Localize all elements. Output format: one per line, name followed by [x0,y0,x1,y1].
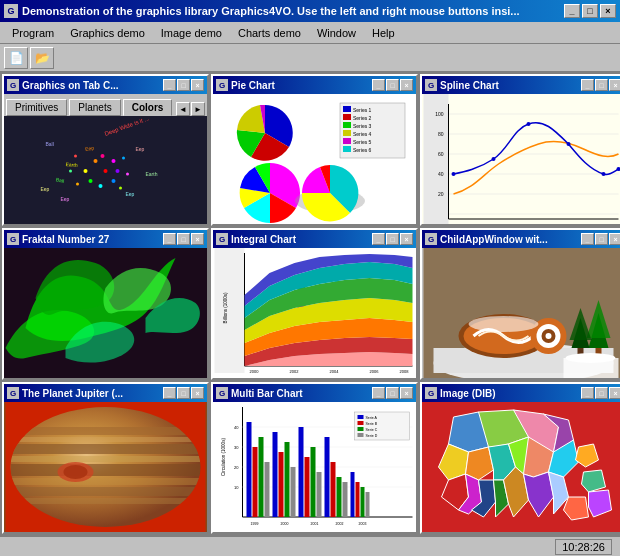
childapp-title-bar: G ChildAppWindow wit... _ □ × [422,230,620,248]
pie-chart-window: G Pie Chart _ □ × Series 1 Series 2 Seri… [211,74,418,226]
toolbar-open-button[interactable]: 📂 [30,47,54,69]
spline-close[interactable]: × [609,79,620,91]
multibar-window: G Multi Bar Chart _ □ × Circulation (100… [211,382,418,534]
title-bar-buttons: _ □ × [564,4,616,18]
svg-rect-159 [361,487,365,517]
pie-close[interactable]: × [400,79,413,91]
svg-point-17 [126,173,129,176]
svg-text:Circulation (1000s): Circulation (1000s) [221,438,226,476]
svg-text:Eep: Eep [136,146,145,152]
svg-text:Series 5: Series 5 [353,139,372,145]
svg-rect-115 [11,478,201,485]
childapp-maximize[interactable]: □ [595,233,608,245]
spline-content: 100 80 60 40 20 [422,94,620,224]
svg-text:Earth: Earth [146,171,158,177]
svg-rect-143 [259,437,264,517]
multibar-window-icon: G [216,387,228,399]
integral-minimize[interactable]: _ [372,233,385,245]
pie-window-title: Pie Chart [231,80,372,91]
minimize-button[interactable]: _ [564,4,580,18]
tab-planets[interactable]: Planets [69,99,120,116]
pie-maximize[interactable]: □ [386,79,399,91]
tab-colors[interactable]: Colors [123,99,173,116]
svg-text:Eep: Eep [61,196,70,202]
tab-nav-left[interactable]: ◄ [176,102,190,116]
pie-minimize[interactable]: _ [372,79,385,91]
svg-text:2000: 2000 [250,369,260,374]
pie-window-icon: G [216,79,228,91]
maximize-button[interactable]: □ [582,4,598,18]
graphics-close[interactable]: × [191,79,204,91]
childapp-minimize[interactable]: _ [581,233,594,245]
jupiter-canvas [4,402,207,532]
app-title: Demonstration of the graphics library Gr… [22,5,564,17]
svg-rect-139 [358,433,364,437]
fractal-minimize[interactable]: _ [163,233,176,245]
jupiter-window-title: The Planet Jupiter (... [22,388,163,399]
graphics-maximize[interactable]: □ [177,79,190,91]
spline-maximize[interactable]: □ [595,79,608,91]
menu-program[interactable]: Program [4,25,62,41]
graphics-window-icon: G [7,79,19,91]
jupiter-maximize[interactable]: □ [177,387,190,399]
spline-canvas: 100 80 60 40 20 [422,94,620,224]
integral-close[interactable]: × [400,233,413,245]
childapp-close[interactable]: × [609,233,620,245]
jupiter-close[interactable]: × [191,387,204,399]
spline-window-icon: G [425,79,437,91]
menu-graphics-demo[interactable]: Graphics demo [62,25,153,41]
svg-text:10: 10 [234,485,239,490]
menu-help[interactable]: Help [364,25,403,41]
tab-primitives[interactable]: Primitives [6,99,67,116]
svg-text:Billions (1000s): Billions (1000s) [223,292,228,323]
title-bar: G Demonstration of the graphics library … [0,0,620,22]
jupiter-window-icon: G [7,387,19,399]
close-button[interactable]: × [600,4,616,18]
svg-text:Eep: Eep [85,144,95,151]
svg-rect-112 [11,444,201,454]
spline-minimize[interactable]: _ [581,79,594,91]
svg-rect-155 [337,477,342,517]
mdi-area: G Graphics on Tab C... _ □ × Primitives … [0,72,620,536]
svg-point-119 [64,465,88,479]
image-close[interactable]: × [609,387,620,399]
svg-rect-34 [343,138,351,144]
multibar-close[interactable]: × [400,387,413,399]
multibar-maximize[interactable]: □ [386,387,399,399]
svg-rect-154 [331,462,336,517]
tab-nav-right[interactable]: ► [191,102,205,116]
pie-title-bar: G Pie Chart _ □ × [213,76,416,94]
svg-rect-153 [325,437,330,517]
menu-window[interactable]: Window [309,25,364,41]
graphics-minimize[interactable]: _ [163,79,176,91]
svg-rect-148 [291,467,296,517]
svg-rect-145 [273,432,278,517]
jupiter-minimize[interactable]: _ [163,387,176,399]
svg-rect-150 [305,457,310,517]
svg-rect-141 [247,422,252,517]
svg-rect-151 [311,447,316,517]
integral-maximize[interactable]: □ [386,233,399,245]
fractal-maximize[interactable]: □ [177,233,190,245]
toolbar-new-button[interactable]: 📄 [4,47,28,69]
image-minimize[interactable]: _ [581,387,594,399]
image-window: G Image (DIB) _ □ × [420,382,620,534]
svg-text:2008: 2008 [400,369,410,374]
svg-rect-30 [343,122,351,128]
svg-text:2001: 2001 [311,522,319,526]
multibar-minimize[interactable]: _ [372,387,385,399]
map-canvas [422,402,620,532]
fractal-close[interactable]: × [191,233,204,245]
childapp-window-icon: G [425,233,437,245]
svg-rect-149 [299,427,304,517]
graphics-window: G Graphics on Tab C... _ □ × Primitives … [2,74,209,226]
pie-content: Series 1 Series 2 Series 3 Series 4 Seri… [213,94,416,224]
svg-point-54 [452,172,456,176]
svg-text:2002: 2002 [336,522,344,526]
menu-image-demo[interactable]: Image demo [153,25,230,41]
menu-charts-demo[interactable]: Charts demo [230,25,309,41]
jupiter-title-bar: G The Planet Jupiter (... _ □ × [4,384,207,402]
graphics-content: Deep Wide is it ... Eep Earth Ball [4,116,207,224]
image-maximize[interactable]: □ [595,387,608,399]
svg-rect-152 [317,472,322,517]
